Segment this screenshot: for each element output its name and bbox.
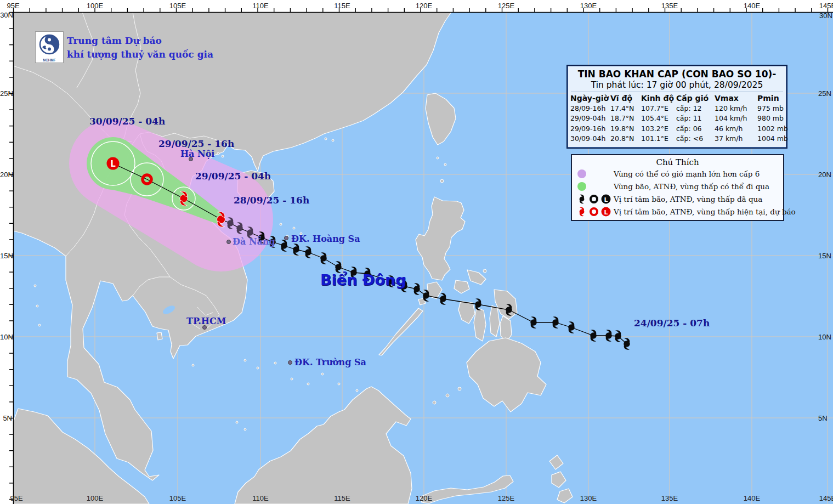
label-danang: Đà Nẵng	[233, 236, 275, 247]
agency-name-line2: khí tượng thuỷ văn quốc gia	[67, 48, 213, 61]
forecast-cell-r2c2: 103.2°E	[641, 124, 676, 134]
legend-item-forecast-symbols: LVị trí tâm bão, ATNĐ, vùng thấp hiện tạ…	[576, 205, 783, 218]
legend-label-1: Vùng bão, ATNĐ, vùng thấp có thể đi qua	[614, 182, 769, 191]
forecast-cell-r3c0: 30/09-04h	[570, 134, 610, 144]
forecast-col-2: Kinh độ	[641, 93, 676, 104]
forecast-cell-r1c5: 980 mb	[757, 114, 788, 124]
dot-hoang-sa	[285, 236, 288, 240]
axis-label-bottom-120E: 120E	[416, 494, 432, 502]
axis-label-top-95E: 95E	[7, 2, 19, 10]
axis-label-bottom-130E: 130E	[580, 494, 597, 502]
area-purple-icon	[576, 168, 613, 179]
axis-label-right-10N: 10N	[818, 333, 831, 341]
forecast-col-1: Vĩ độ	[610, 93, 641, 104]
forecast-cell-r0c4: 120 km/h	[715, 104, 757, 114]
islet	[321, 373, 324, 375]
past-symbols-icon: L	[576, 194, 613, 205]
axis-label-left-15N: 15N	[0, 252, 12, 260]
legend-item-area-purple: Vùng có thể có gió mạnh lớn hơn cấp 6	[576, 167, 783, 180]
forecast-cell-r3c1: 20.8°N	[610, 134, 641, 144]
forecast-cell-r1c4: 104 km/h	[715, 114, 757, 124]
islet	[433, 401, 436, 404]
forecast-symbols-symbol: L	[576, 206, 614, 217]
forecast-col-0: Ngày-giờ	[570, 93, 610, 104]
islet	[458, 387, 461, 390]
islet	[34, 285, 36, 287]
axis-label-right-30N: 30N	[819, 12, 832, 20]
svg-text:L: L	[604, 196, 608, 203]
axis-label-right-20N: 20N	[818, 171, 831, 179]
islet	[446, 394, 449, 397]
forecast-symbols-icon: L	[576, 206, 613, 217]
forecast-time-29-09-04h: 29/09/25 - 04h	[195, 171, 271, 182]
axis-label-left-5N: 5N	[0, 414, 12, 422]
label-hanoi: Hà Nội	[180, 149, 214, 159]
forecast-cell-r2c5: 1002 mb	[757, 124, 788, 134]
axis-label-bottom-145E: 145E	[819, 494, 833, 502]
islet	[244, 428, 246, 431]
axis-label-left-30N: 30N	[0, 11, 13, 19]
area-green-symbol	[576, 181, 614, 192]
legend-rows: Vùng có thể có gió mạnh lớn hơn cấp 6Vùn…	[572, 167, 783, 218]
islet	[291, 378, 293, 380]
svg-text:L: L	[604, 208, 608, 216]
forecast-cell-r0c5: 975 mb	[757, 104, 788, 114]
islet	[356, 389, 358, 392]
agency-name-line1: Trung tâm Dự báo	[67, 34, 213, 48]
islet	[38, 324, 41, 326]
urgent-typhoon-bulletin-panel: TIN BAO KHAN CAP (CON BAO SO 10)- Tin ph…	[566, 65, 787, 149]
forecast-cell-r2c3: cấp: 06	[676, 124, 715, 134]
islet	[274, 362, 276, 364]
forecast-cell-r1c1: 18.7°N	[610, 114, 641, 124]
dot-danang	[227, 240, 231, 244]
forecast-col-4: Vmax	[715, 93, 757, 104]
islet	[192, 364, 194, 366]
axis-label-bottom-125E: 125E	[498, 494, 514, 502]
forecast-cell-r0c1: 17.4°N	[610, 104, 641, 114]
axis-label-bottom-140E: 140E	[744, 494, 760, 502]
forecast-table: Ngày-giờVĩ độKinh độCấp gióVmaxPmin28/09…	[568, 93, 786, 144]
axis-label-top-115E: 115E	[334, 2, 350, 10]
bulletin-title: TIN BAO KHAN CAP (CON BAO SO 10)-	[568, 69, 786, 80]
forecast-cell-r1c3: cấp: 11	[676, 114, 715, 124]
label-hoang-sa: ĐK. Hoàng Sa	[291, 234, 360, 244]
forecast-time-29-09-16h: 29/09/25 - 16h	[158, 138, 234, 149]
axis-label-right-15N: 15N	[818, 252, 831, 260]
legend-label-2: Vị trí tâm bão, ATNĐ, vùng thấp đã qua	[614, 195, 762, 203]
forecast-cell-r2c1: 19.8°N	[610, 124, 641, 134]
forecast-cell-r0c3: cấp: 12	[676, 104, 715, 114]
legend-label-3: Vị trí tâm bão, ATNĐ, vùng thấp hiện tại…	[614, 207, 796, 216]
forecast-col-3: Cấp gió	[676, 93, 715, 104]
landmass-phu-quoc	[157, 332, 162, 340]
axis-label-bottom-95E: 95E	[10, 494, 22, 502]
low-pressure-L: L	[110, 159, 116, 169]
axis-label-bottom-110E: 110E	[252, 494, 268, 502]
area-green-icon	[576, 181, 613, 192]
axis-label-top-110E: 110E	[252, 2, 268, 10]
axis-label-left-10N: 10N	[0, 333, 12, 341]
islet	[222, 155, 224, 157]
islet	[444, 163, 446, 166]
forecast-cell-r3c2: 101.1°E	[641, 134, 676, 144]
forecast-cell-r0c0: 28/09-16h	[570, 104, 610, 114]
islet	[280, 223, 282, 225]
label-truong-sa: ĐK. Trường Sa	[294, 357, 366, 367]
forecast-cell-r1c2: 105.4°E	[641, 114, 676, 124]
axis-label-right-5N: 5N	[818, 414, 828, 422]
axis-label-bottom-135E: 135E	[661, 494, 678, 502]
axis-label-bottom-115E: 115E	[334, 494, 350, 502]
nchmf-emblem-icon	[36, 32, 63, 57]
start-time-24-09-07h: 24/09/25 - 07h	[634, 318, 710, 329]
islet	[236, 421, 238, 423]
islet	[325, 138, 327, 140]
label-tphcm: TP.HCM	[186, 316, 226, 326]
axis-label-bottom-100E: 100E	[87, 494, 103, 502]
forecast-cell-r3c4: 37 km/h	[715, 134, 757, 144]
axis-label-top-130E: 130E	[580, 2, 597, 10]
area-purple-symbol	[576, 168, 614, 179]
islet	[440, 179, 444, 183]
forecast-time-30-09-04h: 30/09/25 - 04h	[89, 116, 165, 127]
forecast-cell-r2c0: 29/09-16h	[570, 124, 610, 134]
legend-panel: Chú Thích Vùng có thể có gió mạnh lớn hơ…	[571, 154, 784, 221]
axis-label-top-135E: 135E	[661, 2, 678, 10]
